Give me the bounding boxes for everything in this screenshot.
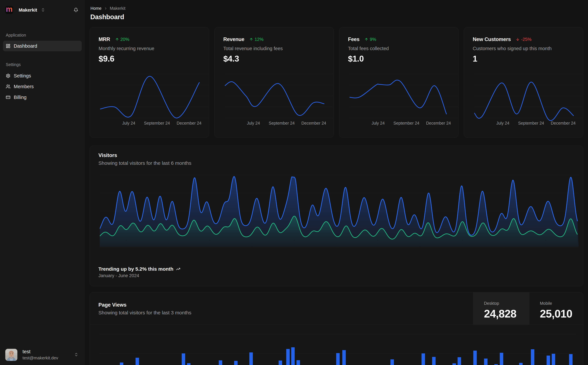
svg-text:July 24: July 24 <box>247 121 260 126</box>
svg-text:July 24: July 24 <box>122 121 135 126</box>
svg-text:September 24: September 24 <box>144 121 170 126</box>
svg-text:December 24: December 24 <box>177 121 201 126</box>
svg-text:September 24: September 24 <box>393 121 419 126</box>
svg-text:December 24: December 24 <box>426 121 451 126</box>
svg-text:December 24: December 24 <box>301 121 326 126</box>
svg-text:December 24: December 24 <box>551 121 576 126</box>
svg-text:July 24: July 24 <box>372 121 385 126</box>
svg-text:September 24: September 24 <box>269 121 295 126</box>
svg-text:July 24: July 24 <box>496 121 509 126</box>
svg-text:September 24: September 24 <box>518 121 544 126</box>
